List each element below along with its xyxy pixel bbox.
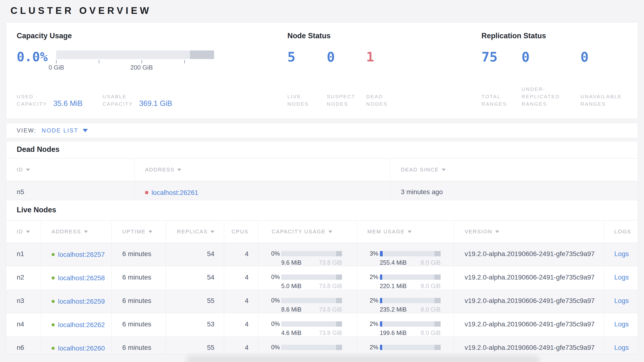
node-address-link[interactable]: localhost:26260 [58, 344, 105, 352]
dead-node-id: n5 [6, 181, 134, 200]
node-cpus: 4 [224, 313, 258, 337]
dead-col-header-id[interactable]: ID [6, 158, 134, 181]
capacity-bar-reserved [336, 321, 342, 327]
live-col-header-id[interactable]: ID [6, 221, 41, 243]
live-status-dot-icon [52, 323, 55, 326]
node-address-link[interactable]: localhost:26257 [58, 251, 105, 258]
tick-mark [56, 60, 56, 63]
sort-desc-icon [495, 231, 499, 233]
dead-nodes-stat: 1 DEAD NODES [366, 50, 414, 108]
node-address-link[interactable]: localhost:26258 [58, 274, 105, 282]
live-node-row: n4 localhost:26262 6 minutes 53 4 0% 4.6… [6, 313, 638, 337]
capacity-bar [281, 345, 342, 350]
view-selector-dropdown[interactable]: NODE LIST [42, 127, 88, 134]
node-id: n6 [6, 337, 41, 354]
logs-link[interactable]: Logs [614, 344, 629, 351]
mem-usage-cell: 3% 255.4 MiB8.0 GiB [367, 250, 454, 266]
node-version: v19.2.0-alpha.20190606-2491-gfe735c9a97 [454, 337, 604, 354]
capacity-usage-section: Capacity Usage 0.0% [17, 32, 288, 108]
node-address-link[interactable]: localhost:26259 [58, 298, 105, 305]
node-version: v19.2.0-alpha.20190606-2491-gfe735c9a97 [454, 290, 604, 313]
capacity-gauge-track [56, 51, 214, 59]
used-capacity-label-line: CAPACITY [17, 100, 47, 108]
sort-desc-icon [148, 231, 152, 233]
unavailable-ranges-count: 0 [580, 50, 638, 64]
node-replicas: 54 [166, 266, 224, 290]
capacity-bar-reserved [336, 298, 342, 303]
used-capacity-stat: USED CAPACITY 35.6 MiB [17, 93, 82, 108]
capacity-bar [281, 274, 342, 280]
live-status-dot-icon [52, 300, 55, 303]
suspect-nodes-count: 0 [327, 50, 366, 64]
capacity-bar [281, 251, 342, 256]
mem-usage-cell: 2% 199.6 MiB8.0 GiB [367, 320, 454, 336]
live-col-header-uptime[interactable]: UPTIME [112, 221, 166, 243]
column-label: MEM USAGE [367, 229, 405, 235]
live-col-header-address[interactable]: ADDRESS [41, 221, 112, 243]
mem-percent: 2% [367, 274, 378, 280]
sort-desc-icon [84, 231, 88, 233]
sort-desc-icon [177, 168, 181, 171]
stat-label-line: RANGES [522, 100, 580, 108]
logs-link[interactable]: Logs [614, 297, 629, 304]
column-label: CPUS [232, 229, 248, 235]
usable-capacity-label-line: USABLE [103, 93, 133, 100]
usable-capacity-value: 369.1 GiB [139, 99, 172, 108]
node-replicas: 53 [166, 313, 224, 337]
logs-link[interactable]: Logs [614, 250, 629, 258]
total-ranges-stat: 75 TOTAL RANGES [482, 50, 522, 108]
node-uptime: 6 minutes [112, 290, 166, 313]
capacity-total-value: 73.8 GiB [319, 353, 342, 354]
capacity-percent: 0% [269, 344, 280, 351]
live-nodes-table: ID ADDRESS UPTIME REPLICAS CPUS CAPACITY… [6, 220, 638, 354]
capacity-usage-cell: 0% 8.6 MiB73.8 GiB [269, 297, 356, 313]
column-label: ID [17, 229, 23, 235]
live-col-header-mem-usage[interactable]: MEM USAGE [356, 221, 454, 243]
logs-link[interactable]: Logs [614, 274, 629, 281]
usable-capacity-stat: USABLE CAPACITY 369.1 GiB [103, 93, 172, 108]
node-status-heading: Node Status [288, 32, 482, 40]
stat-label-line: TOTAL [482, 93, 522, 100]
under-replicated-ranges-stat: 0 UNDER- REPLICATED RANGES [522, 50, 580, 108]
capacity-used-value: 7.8 MiB [281, 353, 302, 354]
capacity-usage-cell: 0% 4.6 MiB73.8 GiB [269, 320, 356, 336]
live-col-header-capacity-usage[interactable]: CAPACITY USAGE [258, 221, 357, 243]
capacity-usage-heading: Capacity Usage [17, 32, 288, 40]
live-status-dot-icon [52, 347, 55, 350]
mem-bar-reserved [434, 274, 441, 280]
mem-bar-reserved [434, 345, 441, 350]
dead-col-header-address[interactable]: ADDRESS [134, 158, 390, 181]
live-nodes-count: 5 [288, 50, 327, 64]
node-cpus: 4 [224, 243, 258, 266]
stat-label-line: REPLICATED [522, 93, 580, 100]
mem-used-value: 255.4 MiB [380, 259, 407, 266]
column-label: ADDRESS [52, 229, 81, 235]
mem-percent: 2% [367, 297, 378, 304]
node-status-section: Node Status 5 LIVE NODES 0 SUSPECT NODES [288, 32, 482, 108]
mem-total-value: 8.0 GiB [421, 329, 441, 336]
stat-label-line: RANGES [580, 100, 638, 108]
mem-bar-fill [380, 274, 382, 280]
live-col-header-replicas[interactable]: REPLICAS [166, 221, 224, 243]
node-version: v19.2.0-alpha.20190606-2491-gfe735c9a97 [454, 313, 604, 337]
logs-link[interactable]: Logs [614, 320, 629, 328]
live-nodes-header-row: ID ADDRESS UPTIME REPLICAS CPUS CAPACITY… [6, 221, 638, 243]
live-node-row: n1 localhost:26257 6 minutes 54 4 0% 9.6… [6, 243, 638, 266]
dead-node-address-link[interactable]: localhost:26261 [152, 189, 198, 197]
capacity-percent: 0% [269, 320, 280, 327]
dead-col-header-dead-since[interactable]: DEAD SINCE [390, 158, 638, 181]
capacity-total-value: 73.8 GiB [319, 283, 342, 290]
capacity-usage-cell: 0% 9.6 MiB73.8 GiB [269, 250, 356, 266]
sort-desc-icon [26, 231, 30, 233]
column-label: LOGS [614, 229, 631, 235]
mem-bar [380, 251, 441, 256]
total-ranges-count: 75 [482, 50, 522, 64]
live-col-header-version[interactable]: VERSION [454, 221, 604, 243]
node-address-link[interactable]: localhost:26262 [58, 321, 105, 329]
used-capacity-value: 35.6 MiB [53, 99, 82, 108]
node-replicas: 55 [166, 337, 224, 354]
column-label: UPTIME [122, 229, 146, 235]
capacity-percent: 0% [269, 297, 280, 304]
dead-nodes-count: 1 [366, 50, 414, 64]
capacity-used-value: 9.6 MiB [281, 259, 302, 266]
